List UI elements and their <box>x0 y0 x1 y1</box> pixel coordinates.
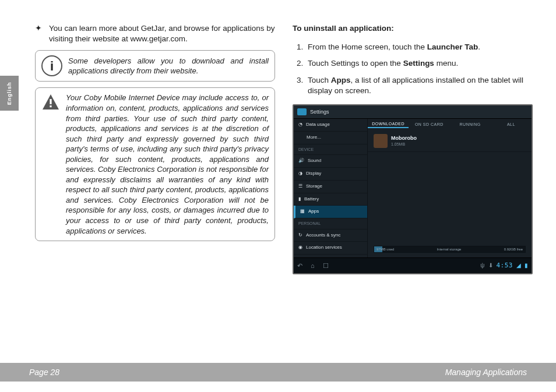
status-clock: 4:53 <box>497 262 513 270</box>
status-wifi-icon: ◢ <box>516 262 521 270</box>
tab-downloaded[interactable]: DOWNLOADED <box>368 121 409 128</box>
left-column: ✦ You can learn more about GetJar, and b… <box>35 23 275 345</box>
sidebar-item-data-usage[interactable]: ◔ Data usage <box>294 119 367 132</box>
status-download-icon: ⬇ <box>488 262 493 270</box>
sidebar-item-display[interactable]: ◑ Display <box>294 168 367 181</box>
sidebar-item-storage[interactable]: ☰ Storage <box>294 181 367 193</box>
sidebar-item-apps[interactable]: ▦ Apps <box>294 206 367 218</box>
tab-running[interactable]: RUNNING <box>450 122 491 127</box>
nav-recent-icon[interactable]: ☐ <box>323 262 329 270</box>
storage-free: 0.92GB free <box>504 247 523 252</box>
page-number: Page 28 <box>29 368 59 377</box>
settings-app-icon <box>297 108 307 115</box>
language-tab: English <box>0 76 19 111</box>
storage-used: 97MB used <box>376 247 394 252</box>
sidebar-item-location[interactable]: ◉ Location services <box>294 242 367 255</box>
svg-rect-1 <box>50 99 51 104</box>
settings-main-pane: DOWNLOADED ON SD CARD RUNNING ALL Moboro… <box>368 119 532 257</box>
sidebar-item-accounts[interactable]: ↻ Accounts & sync <box>294 229 367 242</box>
bullet-text: You can learn more about GetJar, and bro… <box>49 23 275 44</box>
sidebar-item-battery[interactable]: ▮ Battery <box>294 193 367 206</box>
two-column-content: ✦ You can learn more about GetJar, and b… <box>35 23 533 345</box>
warning-callout-text: Your Coby Mobile Internet Device may inc… <box>66 93 269 236</box>
tab-all[interactable]: ALL <box>491 122 532 127</box>
svg-rect-2 <box>50 105 51 107</box>
bullet-symbol: ✦ <box>35 23 43 44</box>
step-3: Touch Apps, a list of all applications i… <box>305 75 533 96</box>
settings-sidebar: ◔ Data usage More... DEVICE 🔊 Sound ◑ Di… <box>294 119 368 257</box>
tab-on-sd-card[interactable]: ON SD CARD <box>409 122 449 127</box>
step-2: Touch Settings to open the Settings menu… <box>305 58 533 69</box>
manual-page: English ✦ You can learn more about GetJa… <box>0 0 556 392</box>
app-name: Moborobo <box>391 135 417 142</box>
bullet-getjar: ✦ You can learn more about GetJar, and b… <box>35 23 275 44</box>
android-nav-bar: ↶ ⌂ ☐ ψ ⬇ 4:53 ◢ ▮ <box>294 257 532 273</box>
page-footer: Page 28 Managing Applications <box>0 363 556 382</box>
status-battery-icon: ▮ <box>525 262 528 270</box>
uninstall-heading: To uninstall an application: <box>293 23 533 34</box>
warning-icon <box>41 93 60 111</box>
status-usb-icon: ψ <box>480 262 484 270</box>
warning-callout: Your Coby Mobile Internet Device may inc… <box>35 87 275 241</box>
screenshot-title: Settings <box>310 108 329 115</box>
right-column: To uninstall an application: From the Ho… <box>293 23 533 345</box>
nav-back-icon[interactable]: ↶ <box>297 262 302 270</box>
screenshot-titlebar: Settings <box>294 105 532 119</box>
app-size: 1.05MB <box>391 142 417 147</box>
apps-tabs: DOWNLOADED ON SD CARD RUNNING ALL <box>368 119 532 130</box>
step-1: From the Home screen, touch the Launcher… <box>305 42 533 52</box>
info-callout-text: Some developers allow you to download an… <box>68 56 269 76</box>
uninstall-steps: From the Home screen, touch the Launcher… <box>293 42 533 96</box>
tablet-screenshot: Settings ◔ Data usage More... DEVICE 🔊 S… <box>293 104 533 274</box>
nav-home-icon[interactable]: ⌂ <box>311 262 315 270</box>
sidebar-section-personal: PERSONAL <box>294 218 367 229</box>
storage-label: Internal storage <box>437 247 462 252</box>
info-callout: i Some developers allow you to download … <box>35 50 275 82</box>
app-icon <box>374 134 388 148</box>
sidebar-section-device: DEVICE <box>294 144 367 155</box>
app-row-moborobo[interactable]: Moborobo 1.05MB <box>368 130 532 152</box>
section-title: Managing Applications <box>445 368 527 377</box>
info-icon: i <box>41 55 62 76</box>
storage-usage-bar: 97MB used Internal storage 0.92GB free <box>374 246 526 253</box>
sidebar-item-sound[interactable]: 🔊 Sound <box>294 155 367 168</box>
sidebar-item-more[interactable]: More... <box>294 132 367 144</box>
